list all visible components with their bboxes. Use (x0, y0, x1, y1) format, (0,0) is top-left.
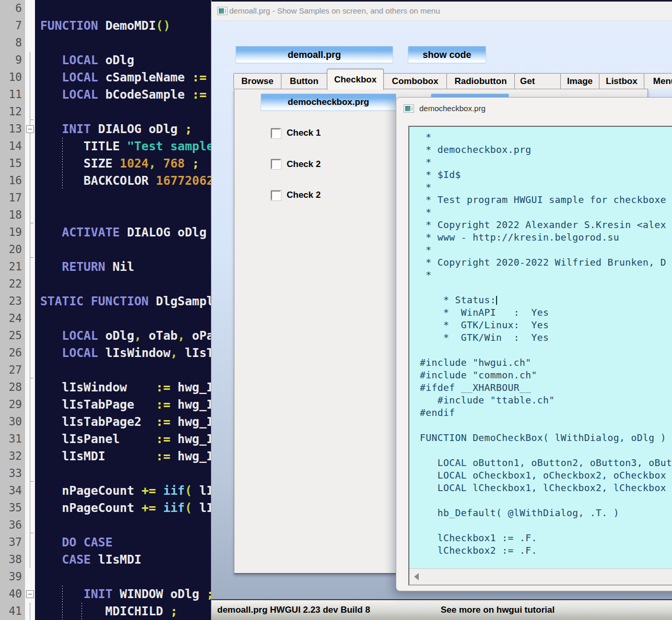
line-number: 41 (9, 603, 22, 620)
tab-combobox[interactable]: Combobox (383, 73, 447, 89)
line-number: 20 (9, 241, 22, 258)
code-view-line: FUNCTION DemoCheckBox( lWithDialog, oDlg… (420, 432, 672, 444)
code-line (40, 517, 211, 534)
demoall-prg-button[interactable]: demoall.prg (235, 46, 393, 64)
line-number: 9 (15, 52, 22, 69)
code-view-line: * (420, 156, 672, 169)
line-number: 19 (9, 224, 22, 241)
code-line: LOCAL oDlg, oTab, oPan (40, 327, 211, 344)
tab-checkbox[interactable]: Checkbox (327, 69, 384, 90)
line-number: 40 (9, 586, 22, 603)
main-window-titlebar[interactable]: demoall.prg - Show Samples on screen, an… (211, 2, 672, 21)
code-line: STATIC FUNCTION DlgSample (40, 293, 211, 310)
status-left-text: demoall.prg HWGUI 2.23 dev Build 8 (217, 600, 370, 620)
fold-marker-collapse[interactable] (26, 590, 34, 598)
code-view-line: #ifdef __XHARBOUR__ (420, 381, 672, 394)
fold-tick (30, 257, 33, 258)
code-view-line: * (420, 181, 672, 194)
main-window: demoall.prg - Show Samples on screen, an… (211, 0, 672, 620)
minus-icon (28, 129, 32, 129)
code-line: lIsMDI := hwg_Is (40, 448, 211, 465)
tab-strip: BrowseButtonCheckboxComboboxRadiobuttonG… (234, 69, 672, 89)
code-line: lIsTabPage := hwg_Is (40, 396, 211, 413)
code-line (40, 465, 211, 482)
line-number: 10 (9, 69, 22, 86)
code-view[interactable]: * * democheckbox.prg * * $Id$ * * Test p… (409, 127, 672, 569)
code-view-line: * Copyright 2020-2022 Wilfried Brunken, … (420, 256, 672, 269)
line-number: 23 (9, 293, 22, 310)
code-view-line (420, 444, 672, 457)
status-right-text: See more on hwgui tutorial (441, 600, 555, 620)
tab-image[interactable]: Image (560, 73, 599, 89)
line-number: 31 (9, 431, 22, 448)
editor-text-area[interactable]: FUNCTION DemoMDI() LOCAL oDlg LOCAL cSam… (35, 0, 211, 620)
code-view-line: * WinAPI : Yes (420, 306, 672, 319)
line-number: 6 (15, 0, 22, 17)
checkbox[interactable] (271, 159, 281, 169)
checkbox[interactable] (271, 128, 281, 138)
line-number: 34 (9, 482, 22, 499)
code-view-line: * GTK/Linux: Yes (420, 319, 672, 331)
code-line (40, 310, 211, 327)
code-line: ACTIVATE DIALOG oDlg C (40, 224, 211, 241)
line-number: 26 (9, 344, 22, 362)
code-view-line (420, 494, 672, 507)
child-window-titlebar[interactable]: democheckbox.prg (396, 98, 672, 120)
code-line: nPageCount += iif( lIs (40, 499, 211, 517)
code-line (40, 103, 211, 121)
line-number: 21 (9, 258, 22, 276)
code-editor: 6789101112131415161718192021222324252627… (0, 0, 211, 620)
code-line: LOCAL bCodeSample := { (40, 86, 211, 103)
line-number: 15 (9, 155, 22, 172)
line-number: 22 (9, 276, 22, 293)
code-view-line: * $Id$ (420, 169, 672, 181)
status-bar: demoall.prg HWGUI 2.23 dev Build 8 See m… (211, 599, 672, 620)
code-line: BACKCOLOR 16772062 (40, 172, 211, 189)
code-view-line: #include "common.ch" (420, 369, 672, 381)
indent-guide (62, 586, 63, 620)
code-line (40, 241, 211, 258)
code-line (40, 276, 211, 293)
code-view-frame: * * democheckbox.prg * * $Id$ * * Test p… (408, 126, 672, 586)
code-line: MDICHILD ; (40, 603, 211, 620)
tab-browse[interactable]: Browse (233, 73, 281, 89)
line-number: 12 (9, 103, 22, 121)
code-view-line: hb_Default( @lWithDialog, .T. ) (420, 507, 672, 519)
tab-menu[interactable]: Menu (644, 73, 672, 89)
checkbox[interactable] (271, 190, 281, 200)
code-view-line: LOCAL oCheckbox1, oCheckbox2, oCheckbox (420, 469, 672, 482)
show-code-button[interactable]: show code (408, 46, 486, 64)
checkbox-row: Check 2 (271, 159, 321, 170)
code-line (40, 207, 211, 224)
code-view-line: #endif (420, 407, 672, 419)
line-number: 16 (9, 172, 22, 189)
code-line (40, 0, 211, 17)
window-icon (217, 7, 228, 15)
fold-tick (30, 120, 33, 120)
democheckbox-prg-button[interactable]: democheckbox.prg (261, 93, 396, 111)
code-view-line: * (420, 131, 672, 144)
tab-listbox[interactable]: Listbox (599, 73, 644, 89)
tab-get[interactable]: Get (514, 73, 561, 89)
code-view-line: #include "ttable.ch" (420, 394, 672, 407)
code-line: INIT WINDOW oDlg ; (40, 586, 211, 603)
code-line (40, 568, 211, 586)
child-window: democheckbox.prg * * democheckbox.prg * … (396, 97, 672, 591)
window-icon-tick (411, 106, 412, 111)
fold-tick (30, 533, 33, 533)
checkbox-label: Check 2 (287, 159, 321, 170)
scroll-left-icon[interactable] (414, 573, 419, 580)
code-view-line: lCheckbox2 := .F. (420, 544, 672, 557)
tab-button[interactable]: Button (281, 73, 327, 89)
fold-marker-collapse[interactable] (26, 125, 34, 133)
line-number: 11 (9, 86, 22, 103)
code-line: LOCAL oDlg (40, 52, 211, 69)
code-view-line: * Test program HWGUI sample for checkbox… (420, 194, 672, 206)
code-line: TITLE "Test samples (40, 138, 211, 155)
editor-fold-strip (25, 0, 35, 620)
tab-radiobutton[interactable]: Radiobutton (446, 73, 515, 89)
line-number: 33 (9, 465, 22, 482)
code-view-line: * (420, 269, 672, 281)
horizontal-scrollbar[interactable] (409, 568, 672, 585)
code-line: RETURN Nil (40, 258, 211, 276)
